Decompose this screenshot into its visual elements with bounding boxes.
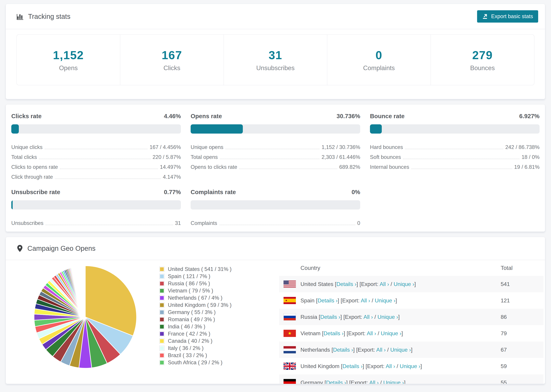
rate-row-label: Clicks to opens rate <box>11 164 58 170</box>
rate-row-value: 2,303 / 61.446% <box>322 154 360 160</box>
legend-item: Germany ( 55 / 3% ) <box>159 309 232 316</box>
legend-item: United States ( 541 / 31% ) <box>159 266 232 273</box>
rate-progress-track <box>11 124 181 133</box>
rate-row: Opens to clicks rate 689.82% <box>191 160 360 170</box>
rate-panel-value: 30.736% <box>337 113 360 119</box>
rate-row: Hard bounces 242 / 86.738% <box>370 140 540 150</box>
rates-card: Clicks rate 4.46% Unique clicks 167 / 4.… <box>6 104 545 232</box>
legend-color-swatch <box>159 281 164 286</box>
stat-label: Opens <box>17 64 120 72</box>
rate-panel-title: Bounce rate <box>370 113 404 119</box>
total-cell: 86 <box>501 314 544 320</box>
export-basic-stats-button[interactable]: Export basic stats <box>477 10 538 23</box>
rate-panel-head: Unsubscribe rate 0.77% <box>11 189 181 196</box>
export-unique-link[interactable]: Unique › <box>377 314 398 320</box>
rate-progress-track <box>11 200 181 210</box>
legend-label: Vietnam ( 79 / 5% ) <box>168 288 213 294</box>
country-flag-icon <box>279 346 300 353</box>
export-all-link[interactable]: All › <box>380 281 389 287</box>
rate-row-dotted-leader <box>220 159 320 159</box>
stat-value: 1,152 <box>17 49 120 62</box>
country-cell: Russia [Details ›] [Export: All › / Uniq… <box>300 314 501 320</box>
bracket-text: ] <box>414 281 416 287</box>
legend-color-swatch <box>159 360 164 365</box>
geo-opens-body: United States ( 541 / 31% ) Spain ( 121 … <box>6 260 545 384</box>
details-link[interactable]: Details › <box>326 379 346 384</box>
rate-row-label: Unsubscribes <box>11 220 43 226</box>
country-name: United Kingdom <box>300 363 339 369</box>
bracket-text: / <box>386 347 390 353</box>
export-unique-link[interactable]: Unique › <box>381 330 402 336</box>
legend-color-swatch <box>159 331 164 336</box>
country-cell: Vietnam [Details ›] [Export: All › / Uni… <box>300 330 501 336</box>
rate-row: Unsubscribes 31 <box>11 216 181 226</box>
geo-opens-title-text: Campaign Geo Opens <box>27 245 95 252</box>
export-all-link[interactable]: All › <box>361 297 370 304</box>
legend-color-swatch <box>159 338 164 343</box>
export-unique-link[interactable]: Unique › <box>375 297 396 304</box>
details-link[interactable]: Details › <box>336 281 356 287</box>
country-name: Germany <box>300 379 323 384</box>
stat-label: Unsubscribes <box>224 64 327 72</box>
legend-item: Vietnam ( 79 / 5% ) <box>159 287 232 294</box>
legend-color-swatch <box>159 274 164 279</box>
export-all-link[interactable]: All › <box>367 330 376 336</box>
legend-color-swatch <box>159 310 164 315</box>
details-link[interactable]: Details › <box>342 363 362 369</box>
rate-panel-rows: Unsubscribes 31 <box>11 216 181 226</box>
bracket-text: [ <box>330 347 333 353</box>
bracket-text: ] [Export: <box>346 379 369 384</box>
rate-row: Total opens 2,303 / 61.446% <box>191 150 360 160</box>
rate-row: Total clicks 220 / 5.87% <box>11 150 181 160</box>
rate-row-value: 4.147% <box>163 174 181 180</box>
export-all-link[interactable]: All › <box>376 347 386 353</box>
bracket-text: [ <box>317 314 320 320</box>
legend-item: United Kingdom ( 59 / 3% ) <box>159 301 232 309</box>
export-all-link[interactable]: All › <box>369 379 379 384</box>
total-cell: 121 <box>501 297 544 304</box>
details-link[interactable]: Details › <box>333 347 353 353</box>
bracket-text: [ <box>339 363 343 369</box>
rate-row-dotted-leader <box>225 149 319 149</box>
rate-panel-head: Opens rate 30.736% <box>191 113 360 119</box>
export-unique-link[interactable]: Unique › <box>390 347 411 353</box>
legend-item: Netherlands ( 67 / 4% ) <box>159 294 232 301</box>
country-flag-icon <box>279 379 300 384</box>
export-unique-link[interactable]: Unique › <box>394 281 414 287</box>
stat-value: 31 <box>224 49 327 62</box>
bracket-text: ] <box>420 363 422 369</box>
rate-progress-fill <box>191 124 243 133</box>
rate-row-label: Hard bounces <box>370 144 403 150</box>
legend-item: Brazil ( 33 / 2% ) <box>159 352 232 359</box>
details-link[interactable]: Details › <box>318 297 338 304</box>
bracket-text: ] <box>404 379 406 384</box>
export-unique-link[interactable]: Unique › <box>383 379 404 384</box>
bracket-text: ] [Export: <box>353 347 376 353</box>
rate-row-dotted-leader <box>46 225 173 225</box>
details-link[interactable]: Details › <box>320 314 340 320</box>
geo-table-rows: United States [Details ›] [Export: All ›… <box>279 276 544 384</box>
total-cell: 55 <box>501 379 544 384</box>
country-flag-icon <box>279 363 300 370</box>
rate-row-dotted-leader <box>39 159 151 159</box>
rate-row-label: Total opens <box>191 154 218 160</box>
rate-row-label: Unique opens <box>191 144 223 150</box>
export-unique-link[interactable]: Unique › <box>400 363 420 369</box>
bracket-text: / <box>370 297 375 304</box>
country-name: Russia <box>300 314 317 320</box>
geo-header-total: Total <box>501 265 544 271</box>
country-name: United States <box>300 281 333 287</box>
export-all-link[interactable]: All › <box>386 363 395 369</box>
rate-progress-track <box>370 124 540 133</box>
legend-color-swatch <box>159 267 164 272</box>
table-row: Netherlands [Details ›] [Export: All › /… <box>279 342 544 358</box>
rate-row-value: 31 <box>175 220 181 226</box>
details-link[interactable]: Details › <box>324 330 344 336</box>
rate-row-value: 242 / 86.738% <box>505 144 540 150</box>
country-cell: Netherlands [Details ›] [Export: All › /… <box>300 347 501 353</box>
export-button-label: Export basic stats <box>491 13 533 20</box>
export-all-link[interactable]: All › <box>363 314 373 320</box>
stat-cell: 0 Complaints <box>327 35 431 85</box>
bracket-text: / <box>376 330 381 336</box>
map-pin-icon <box>16 245 23 252</box>
